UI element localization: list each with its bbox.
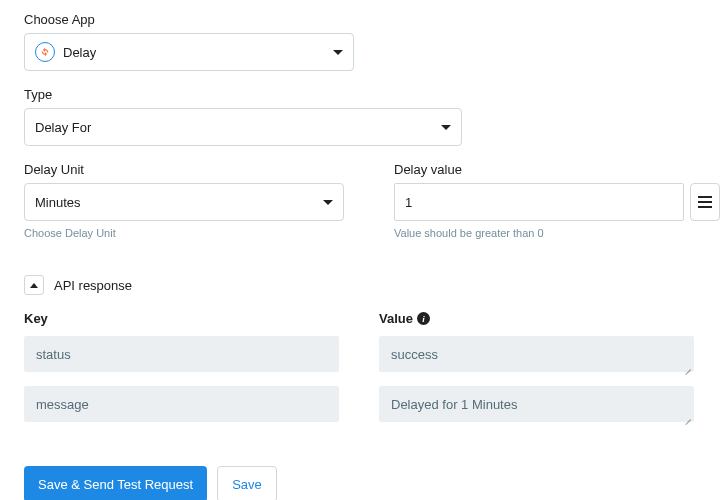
value-header: Value i xyxy=(379,311,694,326)
delay-unit-field: Delay Unit Minutes Choose Delay Unit xyxy=(24,162,344,239)
resize-handle-icon xyxy=(684,362,692,370)
save-send-test-button[interactable]: Save & Send Test Request xyxy=(24,466,207,500)
delay-unit-label: Delay Unit xyxy=(24,162,344,177)
api-response-label: API response xyxy=(54,278,132,293)
type-value: Delay For xyxy=(35,120,91,135)
key-cell: status xyxy=(24,336,339,372)
value-column: Value i success Delayed for 1 Minutes xyxy=(379,311,694,436)
delay-value-hint: Value should be greater than 0 xyxy=(394,227,720,239)
delay-unit-hint: Choose Delay Unit xyxy=(24,227,344,239)
key-cell: message xyxy=(24,386,339,422)
type-label: Type xyxy=(24,87,702,102)
choose-app-label: Choose App xyxy=(24,12,702,27)
key-text: message xyxy=(36,397,89,412)
chevron-up-icon xyxy=(30,283,38,288)
collapse-toggle[interactable] xyxy=(24,275,44,295)
choose-app-field: Choose App Delay xyxy=(24,12,702,71)
delay-icon xyxy=(35,42,55,62)
info-icon: i xyxy=(417,312,430,325)
resize-handle-icon xyxy=(684,412,692,420)
type-field: Type Delay For xyxy=(24,87,702,146)
delay-value-menu-button[interactable] xyxy=(690,183,720,221)
action-buttons: Save & Send Test Request Save xyxy=(24,466,702,500)
value-cell: success xyxy=(379,336,694,372)
choose-app-value-wrap: Delay xyxy=(35,42,96,62)
delay-value-field: Delay value Value should be greater than… xyxy=(394,162,720,239)
value-text: success xyxy=(391,347,438,362)
chevron-down-icon xyxy=(441,125,451,130)
type-select[interactable]: Delay For xyxy=(24,108,462,146)
value-cell: Delayed for 1 Minutes xyxy=(379,386,694,422)
key-text: status xyxy=(36,347,71,362)
key-column: Key status message xyxy=(24,311,339,436)
key-header: Key xyxy=(24,311,339,326)
kv-header-row: Key status message Value i success Delay… xyxy=(24,311,702,436)
save-button[interactable]: Save xyxy=(217,466,277,500)
value-header-text: Value xyxy=(379,311,413,326)
choose-app-select[interactable]: Delay xyxy=(24,33,354,71)
hamburger-icon xyxy=(698,196,712,208)
key-header-text: Key xyxy=(24,311,48,326)
chevron-down-icon xyxy=(323,200,333,205)
chevron-down-icon xyxy=(333,50,343,55)
delay-unit-select[interactable]: Minutes xyxy=(24,183,344,221)
delay-value-input[interactable] xyxy=(394,183,684,221)
rotate-icon xyxy=(40,47,50,57)
value-text: Delayed for 1 Minutes xyxy=(391,397,517,412)
delay-value-input-wrap xyxy=(394,183,720,221)
api-response-header: API response xyxy=(24,275,702,295)
delay-row: Delay Unit Minutes Choose Delay Unit Del… xyxy=(24,162,702,255)
delay-unit-value: Minutes xyxy=(35,195,81,210)
delay-value-label: Delay value xyxy=(394,162,720,177)
choose-app-value: Delay xyxy=(63,45,96,60)
